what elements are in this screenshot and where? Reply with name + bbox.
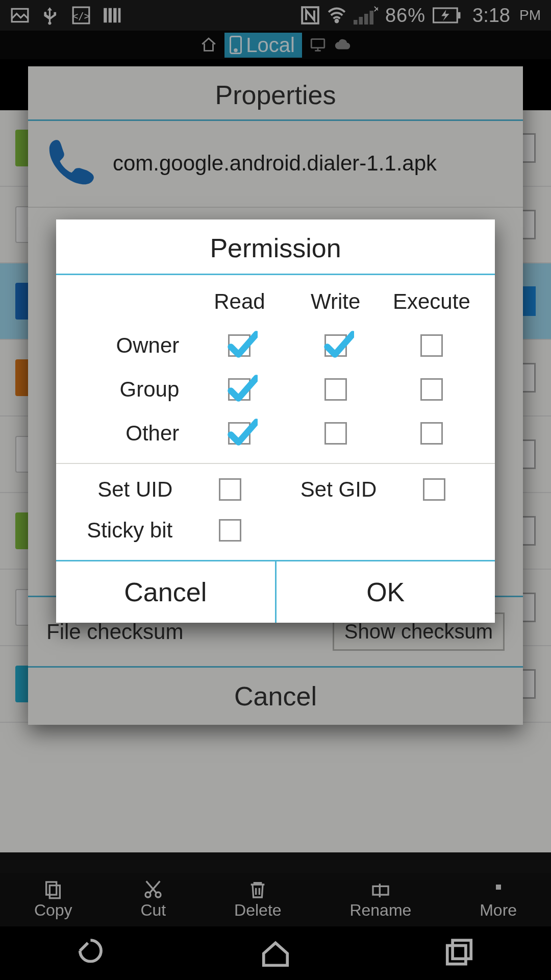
perm-setgid-label: Set GID xyxy=(276,477,389,502)
perm-ok-button[interactable]: OK xyxy=(275,561,495,623)
perm-row-other-label: Other xyxy=(71,421,191,446)
perm-group-write-checkbox[interactable] xyxy=(324,378,347,401)
perm-setuid-checkbox[interactable] xyxy=(219,478,241,501)
perm-setuid-label: Set UID xyxy=(71,477,185,502)
perm-header-execute: Execute xyxy=(384,289,480,314)
perm-sticky-checkbox[interactable] xyxy=(219,519,241,542)
perm-group-read-checkbox[interactable] xyxy=(228,378,251,401)
perm-other-read-checkbox[interactable] xyxy=(228,422,251,445)
perm-sticky-label: Sticky bit xyxy=(71,518,185,543)
perm-header-write: Write xyxy=(288,289,384,314)
perm-header-read: Read xyxy=(191,289,287,314)
perm-row-owner-label: Owner xyxy=(71,333,191,358)
permission-dialog: Permission Read Write Execute Owner Grou… xyxy=(56,219,495,623)
perm-setgid-checkbox[interactable] xyxy=(423,478,445,501)
permission-title: Permission xyxy=(56,219,495,275)
perm-owner-read-checkbox[interactable] xyxy=(228,334,251,357)
perm-other-execute-checkbox[interactable] xyxy=(420,422,443,445)
perm-cancel-button[interactable]: Cancel xyxy=(56,561,275,623)
perm-other-write-checkbox[interactable] xyxy=(324,422,347,445)
perm-row-group-label: Group xyxy=(71,377,191,402)
perm-owner-write-checkbox[interactable] xyxy=(324,334,347,357)
perm-owner-execute-checkbox[interactable] xyxy=(420,334,443,357)
perm-group-execute-checkbox[interactable] xyxy=(420,378,443,401)
